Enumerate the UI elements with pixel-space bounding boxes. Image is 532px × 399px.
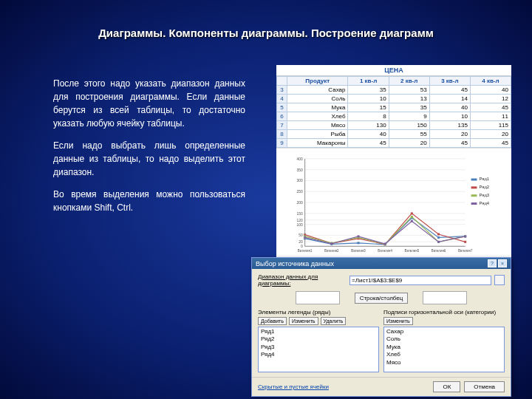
row-number[interactable]: 9 [277, 139, 287, 148]
list-item[interactable]: Соль [385, 335, 503, 343]
svg-text:Вателия1: Вателия1 [298, 249, 313, 253]
svg-rect-34 [437, 236, 440, 239]
table-row[interactable]: 9Макароны45204545 [277, 139, 511, 148]
cell[interactable]: 15 [348, 103, 389, 112]
list-item[interactable]: Мясо [385, 359, 503, 366]
list-item[interactable]: Ряд1 [259, 328, 378, 335]
cell[interactable]: Мука [287, 103, 348, 112]
cell[interactable]: 45 [470, 139, 511, 148]
cell[interactable]: 53 [389, 86, 429, 95]
list-item[interactable]: Ряд4 [259, 351, 378, 358]
cell[interactable]: 35 [389, 103, 429, 112]
axis-labels-header: Подписи горизонтальной оси (категории) [383, 309, 505, 316]
table-row[interactable]: 3Сахар35534540 [277, 86, 511, 95]
close-icon[interactable]: × [498, 259, 507, 267]
column-header[interactable]: 1 кв-л [348, 77, 389, 86]
cell[interactable]: 20 [389, 139, 429, 148]
cell[interactable]: Рыба [287, 130, 348, 139]
svg-text:350: 350 [296, 168, 302, 172]
svg-text:100: 100 [296, 223, 302, 227]
table-row[interactable]: 5Мука15354045 [277, 103, 511, 112]
svg-text:Вателия4: Вателия4 [378, 249, 392, 253]
categories-listbox[interactable]: СахарСольМукаХлебМясо [383, 327, 505, 372]
cell[interactable]: 13 [389, 95, 429, 103]
cell[interactable]: Хлеб [287, 112, 348, 121]
cell[interactable]: 35 [348, 86, 389, 95]
cell[interactable]: Сахар [287, 86, 348, 95]
dialog-titlebar[interactable]: Выбор источника данных ? × [252, 258, 511, 269]
cell[interactable]: 45 [470, 103, 511, 112]
cell[interactable]: 14 [429, 95, 470, 103]
list-item[interactable]: Ряд2 [259, 335, 378, 343]
slide-title: Диаграммы. Компоненты диаграммы. Построе… [0, 0, 532, 48]
edit-axis-button[interactable]: Изменить [383, 317, 413, 325]
cell[interactable]: 8 [348, 112, 389, 121]
table-row[interactable]: 4Соль10131412 [277, 95, 511, 103]
list-item[interactable]: Мука [385, 344, 503, 351]
edit-series-button[interactable]: Изменить [289, 317, 318, 325]
svg-rect-53 [384, 243, 386, 245]
svg-text:200: 200 [296, 201, 302, 205]
remove-series-button[interactable]: Удалить [321, 317, 347, 325]
range-input[interactable] [349, 276, 491, 285]
column-header[interactable]: 2 кв-л [389, 77, 429, 86]
cell[interactable]: Соль [287, 95, 348, 103]
cell[interactable]: 45 [429, 86, 470, 95]
list-item[interactable]: Сахар [385, 328, 503, 335]
row-number[interactable]: 6 [277, 112, 287, 121]
chart-area: 02050100120150200250300350400Вателия1Ват… [276, 148, 511, 262]
range-label: Диапазон данных для диаграммы: [258, 273, 347, 287]
table-row[interactable]: 7Мясо130150135115 [277, 121, 511, 130]
cell[interactable]: 9 [389, 112, 429, 121]
body-text: После этого надо указать диапазон данных… [53, 77, 245, 223]
cell[interactable]: 20 [429, 130, 470, 139]
svg-rect-41 [437, 233, 440, 236]
svg-text:Вателия2: Вателия2 [324, 249, 339, 253]
row-number[interactable]: 5 [277, 103, 287, 112]
list-item[interactable]: Ряд3 [259, 344, 378, 351]
cell[interactable]: 40 [348, 130, 389, 139]
row-number[interactable]: 4 [277, 95, 287, 103]
cell[interactable]: 11 [470, 112, 511, 121]
cell[interactable]: 40 [470, 86, 511, 95]
cell[interactable]: 55 [389, 130, 429, 139]
hidden-cells-link[interactable]: Скрытые и пустые ячейки [258, 383, 329, 390]
cell[interactable]: Мясо [287, 121, 348, 130]
cell[interactable]: 10 [348, 95, 389, 103]
cell[interactable]: 40 [429, 103, 470, 112]
cell[interactable]: 45 [348, 139, 389, 148]
cancel-button[interactable]: Отмена [464, 381, 505, 392]
svg-rect-31 [358, 242, 360, 244]
add-series-button[interactable]: Добавить [258, 317, 287, 325]
corner-cell[interactable] [277, 77, 287, 86]
cell[interactable]: 115 [470, 121, 511, 130]
cell[interactable]: 135 [429, 121, 470, 130]
table-row[interactable]: 8Рыба40552020 [277, 130, 511, 139]
cell[interactable]: 130 [348, 121, 389, 130]
help-icon[interactable]: ? [488, 259, 497, 267]
svg-rect-47 [411, 216, 413, 218]
cell[interactable]: Макароны [287, 139, 348, 148]
column-header[interactable]: 3 кв-л [429, 77, 470, 86]
table-row[interactable]: 6Хлеб891011 [277, 112, 511, 121]
ok-button[interactable]: ОК [433, 381, 460, 392]
row-number[interactable]: 7 [277, 121, 287, 130]
svg-text:250: 250 [296, 190, 302, 194]
svg-rect-63 [471, 202, 477, 205]
column-header[interactable]: 4 кв-л [470, 77, 511, 86]
collapse-dialog-icon[interactable] [494, 275, 505, 285]
cell[interactable]: 150 [389, 121, 429, 130]
row-number[interactable]: 8 [277, 130, 287, 139]
series-listbox[interactable]: Ряд1Ряд2Ряд3Ряд4 [258, 327, 379, 372]
row-number[interactable]: 3 [277, 86, 287, 95]
swap-row-col-button[interactable]: Строка/столбец [355, 293, 409, 304]
list-item[interactable]: Хлеб [385, 351, 503, 358]
data-table[interactable]: Продукт1 кв-л2 кв-л3 кв-л4 кв-л 3Сахар35… [276, 76, 511, 148]
paragraph: Во время выделения можно пользоваться кн… [53, 188, 245, 214]
column-header[interactable]: Продукт [287, 77, 348, 86]
cell[interactable]: 45 [429, 139, 470, 148]
dialog-title-text: Выбор источника данных [256, 260, 334, 267]
cell[interactable]: 10 [429, 112, 470, 121]
cell[interactable]: 12 [470, 95, 511, 103]
cell[interactable]: 20 [470, 130, 511, 139]
